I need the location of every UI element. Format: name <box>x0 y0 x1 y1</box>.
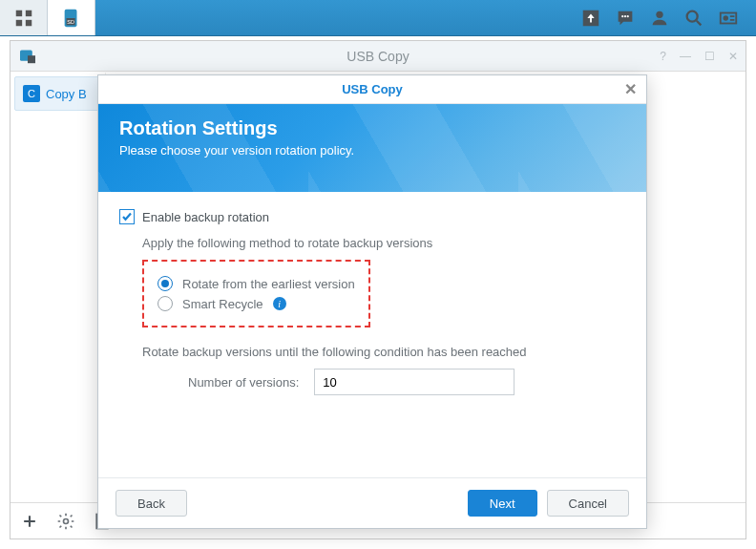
svg-point-14 <box>724 16 727 20</box>
dialog-banner: Rotation Settings Please choose your ver… <box>98 104 646 192</box>
sidebar-item-copy[interactable]: C Copy B <box>14 76 101 111</box>
svg-point-8 <box>621 15 623 17</box>
svg-point-12 <box>687 11 698 21</box>
sidebar: C Copy B <box>10 73 106 502</box>
enable-rotation-checkbox[interactable] <box>119 209 135 224</box>
window-controls: ? — ☐ ✕ <box>660 50 738 63</box>
check-icon <box>121 211 133 222</box>
id-icon[interactable] <box>718 8 739 29</box>
dialog-body: Enable backup rotation Apply the followi… <box>98 192 646 412</box>
svg-rect-16 <box>28 55 35 63</box>
rotation-method-radio-group: Rotate from the earliest version Smart R… <box>142 260 370 327</box>
upload-icon[interactable] <box>580 8 601 29</box>
search-icon[interactable] <box>683 8 704 29</box>
minimize-icon[interactable]: — <box>680 50 691 63</box>
help-icon[interactable]: ? <box>660 50 666 63</box>
usb-copy-app-icon <box>18 49 37 64</box>
svg-rect-0 <box>15 10 21 15</box>
sidebar-item-label: Copy B <box>46 87 87 101</box>
svg-point-17 <box>64 518 69 523</box>
radio-earliest-label: Rotate from the earliest version <box>182 277 355 291</box>
close-icon[interactable]: ✕ <box>624 80 637 98</box>
dialog-subheading: Please choose your version rotation poli… <box>119 143 625 158</box>
dialog-title: USB Copy <box>342 82 403 96</box>
topbar-actions <box>580 8 756 29</box>
close-window-icon[interactable]: ✕ <box>728 50 738 63</box>
enable-rotation-label: Enable backup rotation <box>142 210 269 224</box>
info-icon[interactable]: i <box>273 297 286 310</box>
top-bar: SD <box>0 0 756 36</box>
radio-smart-label: Smart Recycle <box>182 297 263 311</box>
num-versions-row: Number of versions: <box>188 369 625 395</box>
sd-icon: SD <box>61 8 82 29</box>
svg-point-9 <box>624 15 626 17</box>
maximize-icon[interactable]: ☐ <box>704 50 715 63</box>
svg-text:SD: SD <box>67 19 74 25</box>
dialog-footer: Back Next Cancel <box>98 477 646 528</box>
method-label: Apply the following method to rotate bac… <box>142 236 625 250</box>
radio-earliest-row[interactable]: Rotate from the earliest version <box>158 276 355 291</box>
window-title: USB Copy <box>346 49 409 64</box>
next-button[interactable]: Next <box>468 490 537 517</box>
num-versions-input[interactable] <box>314 369 514 395</box>
gear-icon[interactable] <box>56 512 75 531</box>
radio-smart-row[interactable]: Smart Recycle i <box>158 296 355 311</box>
num-versions-label: Number of versions: <box>188 375 299 390</box>
dialog-titlebar: USB Copy ✕ <box>98 75 646 104</box>
window-titlebar: USB Copy ? — ☐ ✕ <box>10 41 746 72</box>
copy-badge-icon: C <box>23 85 40 102</box>
radio-smart[interactable] <box>158 296 173 311</box>
user-icon[interactable] <box>649 8 670 29</box>
dialog-heading: Rotation Settings <box>119 117 625 139</box>
apps-tab[interactable] <box>0 0 48 35</box>
top-tabs: SD <box>0 0 95 35</box>
svg-rect-1 <box>25 10 31 15</box>
enable-rotation-row: Enable backup rotation <box>119 209 625 224</box>
radio-earliest[interactable] <box>158 276 173 291</box>
rotation-settings-dialog: USB Copy ✕ Rotation Settings Please choo… <box>97 74 647 529</box>
add-icon[interactable] <box>20 512 39 531</box>
svg-point-11 <box>656 11 662 17</box>
condition-label: Rotate backup versions until the followi… <box>142 345 625 359</box>
sd-tab[interactable]: SD <box>48 0 95 35</box>
chat-icon[interactable] <box>615 8 636 29</box>
svg-point-10 <box>627 15 629 17</box>
svg-rect-3 <box>25 19 31 25</box>
back-button[interactable]: Back <box>116 490 187 517</box>
svg-rect-2 <box>15 19 21 25</box>
cancel-button[interactable]: Cancel <box>547 490 629 517</box>
rotation-method-section: Apply the following method to rotate bac… <box>142 236 625 395</box>
apps-icon <box>13 8 34 29</box>
